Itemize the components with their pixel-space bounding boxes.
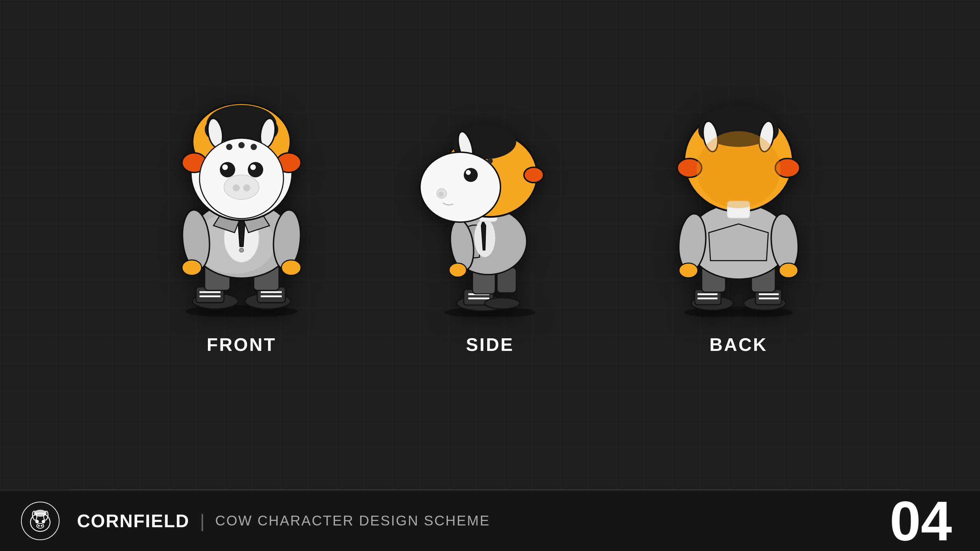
footer-brand: CORNFIELD <box>77 510 189 531</box>
character-back-svg <box>648 86 829 317</box>
svg-point-20 <box>239 248 243 252</box>
svg-point-36 <box>226 144 232 150</box>
svg-point-69 <box>524 167 544 183</box>
character-back-label: BACK <box>710 334 768 355</box>
svg-point-45 <box>243 184 250 191</box>
svg-point-39 <box>220 162 235 177</box>
svg-point-103 <box>37 523 44 528</box>
svg-point-96 <box>697 131 781 208</box>
svg-point-42 <box>250 164 256 170</box>
svg-point-66 <box>466 170 471 175</box>
svg-point-51 <box>485 298 520 309</box>
character-front-label: FRONT <box>207 334 276 355</box>
svg-point-101 <box>35 520 39 523</box>
character-side-label: SIDE <box>466 334 514 355</box>
svg-point-68 <box>439 192 444 197</box>
logo-icon <box>26 507 54 535</box>
footer-divider: | <box>200 510 205 531</box>
character-back: BACK <box>648 86 829 355</box>
svg-point-22 <box>182 260 202 275</box>
footer-page-number: 04 <box>890 493 952 549</box>
footer-text: CORNFIELD | COW CHARACTER DESIGN SCHEME <box>77 510 490 531</box>
character-front: FRONT <box>151 79 332 355</box>
svg-point-41 <box>222 164 228 170</box>
svg-point-86 <box>779 263 798 278</box>
svg-point-102 <box>41 520 45 523</box>
footer-subtitle: COW CHARACTER DESIGN SCHEME <box>215 513 490 529</box>
svg-point-84 <box>679 263 698 278</box>
svg-point-105 <box>41 525 43 527</box>
main-content: FRONT <box>0 0 980 444</box>
svg-point-104 <box>38 525 40 527</box>
svg-point-100 <box>34 510 46 517</box>
characters-row: FRONT <box>151 79 829 365</box>
svg-point-38 <box>251 144 257 150</box>
character-side-svg <box>409 100 571 317</box>
svg-point-58 <box>449 263 466 277</box>
character-side: SIDE <box>409 100 571 355</box>
svg-point-44 <box>233 184 240 191</box>
character-front-svg <box>151 79 332 317</box>
footer-bar: CORNFIELD | COW CHARACTER DESIGN SCHEME … <box>0 490 980 551</box>
svg-point-43 <box>224 175 259 199</box>
svg-point-37 <box>239 142 245 148</box>
svg-point-70 <box>487 158 493 164</box>
footer-logo <box>21 502 59 540</box>
svg-point-40 <box>248 162 263 177</box>
svg-point-65 <box>464 168 478 182</box>
svg-point-24 <box>282 260 301 275</box>
